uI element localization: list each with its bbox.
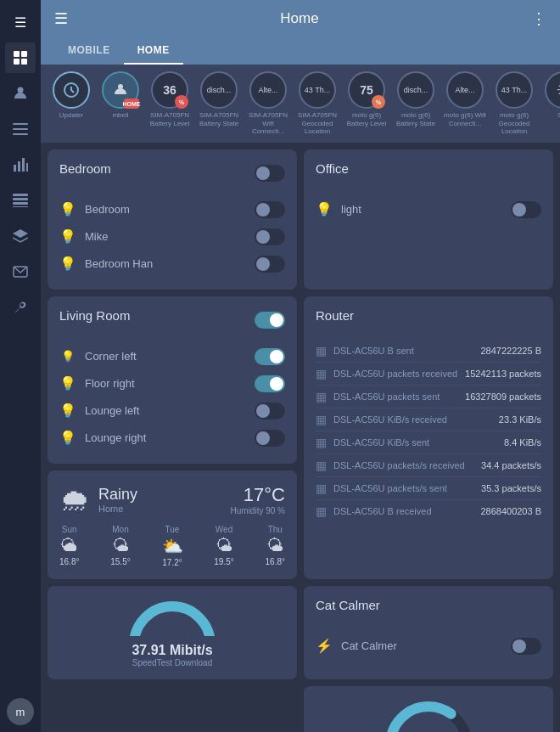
hamburger-icon[interactable]: ☰	[5, 7, 36, 37]
living-room-master-toggle[interactable]	[255, 312, 285, 329]
router-label-2: DSL-AC56U packets sent	[333, 391, 458, 402]
device-moto-state[interactable]: disch... moto g(6) Battery State	[394, 71, 438, 136]
router-title: Router	[316, 308, 354, 323]
svg-rect-2	[14, 59, 20, 65]
router-icon-2: ▦	[316, 390, 327, 403]
device-sun[interactable]: ☀ Sun	[541, 71, 560, 136]
tab-home[interactable]: HOME	[124, 37, 183, 65]
person-icon[interactable]	[5, 78, 36, 109]
forecast-sun-temp: 16.8°	[59, 557, 79, 566]
forecast-tue-temp: 17.2°	[162, 558, 182, 567]
router-row-4: ▦ DSL-AC56U KiB/s sent 8.4 KiB/s	[316, 431, 541, 454]
header-more-icon[interactable]: ⋮	[531, 9, 546, 28]
router-label-4: DSL-AC56U KiB/s sent	[333, 437, 497, 448]
living-room-light-2-name: Floor right	[85, 377, 246, 390]
cat-calmer-toggle[interactable]	[511, 638, 541, 655]
speed-download-label: SpeedTest Download	[132, 658, 213, 667]
device-sim-loc[interactable]: 43 Th... SIM-A705FN Geocoded Location	[295, 71, 339, 136]
forecast-mon-icon: 🌤	[112, 536, 129, 555]
router-label-3: DSL-AC56U KiB/s received	[333, 414, 492, 425]
device-sim-wifi-label: SIM-A705FN Wifi Connecti...	[246, 111, 290, 136]
svg-rect-8	[14, 165, 16, 172]
router-value-5: 34.4 packets/s	[481, 460, 541, 470]
device-moto-loc[interactable]: 43 Th... moto g(6) Geocoded Location	[492, 71, 536, 136]
grid-icon[interactable]	[5, 42, 36, 73]
living-room-title: Living Room	[59, 308, 130, 323]
mail-icon[interactable]	[5, 256, 36, 287]
wrench-icon[interactable]	[5, 292, 36, 323]
forecast-sun: Sun 🌥 16.8°	[59, 525, 79, 567]
router-value-0: 2847222225 B	[480, 346, 541, 356]
header-title: Home	[280, 10, 318, 27]
device-mbell[interactable]: HOME mbell	[98, 71, 143, 136]
device-moto-state-label: moto g(6) Battery State	[394, 111, 438, 127]
cat-calmer-title: Cat Calmer	[316, 598, 380, 612]
device-moto-battery[interactable]: 75 % moto g(6) Battery Level	[344, 71, 389, 136]
bedroom-light-1-toggle[interactable]	[255, 201, 285, 218]
layers-icon[interactable]	[5, 221, 36, 251]
svg-rect-3	[21, 59, 27, 65]
router-value-2: 16327809 packets	[465, 391, 541, 402]
living-room-light-3-toggle[interactable]	[255, 403, 285, 419]
device-sim-battery[interactable]: 36 % SIM-A705FN Battery Level	[148, 71, 192, 136]
user-avatar[interactable]: m	[7, 698, 34, 725]
device-sim-state[interactable]: disch... SIM-A705FN Battery State	[197, 71, 241, 136]
bedroom-master-toggle[interactable]	[255, 165, 285, 182]
forecast-wed-label: Wed	[216, 525, 232, 534]
device-sim-state-label: SIM-A705FN Battery State	[197, 111, 241, 127]
speed-download-card: 37.91 Mibit/s SpeedTest Download	[48, 586, 297, 679]
table-icon[interactable]	[5, 185, 36, 216]
device-updater[interactable]: Updater	[49, 71, 93, 136]
bulb-icon-lounge-r: 💡	[59, 430, 76, 447]
svg-marker-16	[13, 229, 28, 238]
bedroom-light-2-name: Mike	[85, 230, 246, 243]
router-value-1: 15242113 packets	[465, 369, 541, 379]
forecast-sun-icon: 🌥	[61, 536, 78, 555]
office-light-1: 💡 light	[316, 196, 541, 223]
living-room-light-2: 💡 Floor right	[59, 370, 285, 397]
bedroom-light-2-toggle[interactable]	[255, 228, 285, 245]
office-light-1-toggle[interactable]	[511, 201, 541, 218]
router-label-7: DSL-AC56U B received	[333, 506, 473, 516]
bedroom-light-1-name: Bedroom	[85, 203, 246, 216]
router-row-7: ▦ DSL-AC56U B received 2868400203 B	[316, 500, 541, 522]
list-icon[interactable]	[5, 114, 36, 144]
bulb-icon-floor: 💡	[59, 375, 76, 392]
svg-rect-15	[13, 206, 28, 207]
header-hamburger-icon[interactable]: ☰	[54, 9, 68, 28]
forecast-tue-label: Tue	[165, 525, 180, 534]
router-value-6: 35.3 packets/s	[481, 483, 541, 493]
weather-humidity: Humidity 90 %	[231, 506, 285, 515]
router-row-1: ▦ DSL-AC56U packets received 15242113 pa…	[316, 363, 541, 386]
living-room-light-4-toggle[interactable]	[255, 430, 285, 447]
svg-rect-13	[13, 198, 28, 200]
forecast-mon: Mon 🌤 15.5°	[110, 525, 130, 567]
living-room-light-3-name: Lounge left	[85, 404, 246, 417]
tab-bar: MOBILE HOME	[41, 37, 560, 65]
bedroom-light-2: 💡 Mike	[59, 223, 285, 251]
router-row-5: ▦ DSL-AC56U packets/s received 34.4 pack…	[316, 454, 541, 477]
bedroom-light-3-toggle[interactable]	[255, 256, 285, 273]
svg-rect-1	[21, 51, 27, 57]
forecast-thu-icon: 🌤	[266, 536, 283, 555]
cat-calmer-name: Cat Calmer	[341, 639, 502, 652]
router-icon-0: ▦	[316, 344, 327, 358]
forecast-tue-icon: ⛅	[162, 536, 183, 556]
device-moto-wifi[interactable]: Alte... moto g(6) Wifi Connecti...	[443, 71, 487, 136]
router-row-3: ▦ DSL-AC56U KiB/s received 23.3 KiB/s	[316, 408, 541, 431]
tab-mobile[interactable]: MOBILE	[54, 37, 124, 65]
living-room-light-1-toggle[interactable]	[255, 348, 285, 365]
living-room-light-2-toggle[interactable]	[255, 375, 285, 392]
svg-rect-6	[13, 128, 28, 130]
bulb-icon-corner: 💡	[59, 348, 76, 365]
chart-icon[interactable]	[5, 149, 36, 180]
device-sim-loc-label: SIM-A705FN Geocoded Location	[295, 111, 339, 136]
office-light-1-name: light	[341, 203, 502, 216]
bulb-icon-mike: 💡	[59, 228, 76, 245]
content-grid: Bedroom 💡 Bedroom 💡 Mike 💡 Bedroom Han	[41, 143, 560, 732]
svg-rect-0	[14, 51, 20, 57]
router-icon-1: ▦	[316, 367, 327, 380]
device-sim-wifi[interactable]: Alte... SIM-A705FN Wifi Connecti...	[246, 71, 290, 136]
office-title: Office	[316, 161, 349, 176]
device-moto-battery-label: moto g(6) Battery Level	[344, 111, 389, 127]
